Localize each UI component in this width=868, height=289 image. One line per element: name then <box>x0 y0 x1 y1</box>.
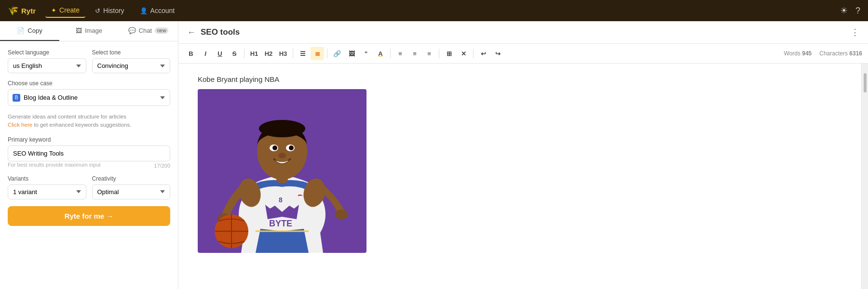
create-icon: ✦ <box>51 7 56 14</box>
variants-label: Variants <box>8 175 86 182</box>
use-case-group: Choose use case B Blog Idea & Outline <box>8 80 170 106</box>
image-tab-label: Image <box>85 27 102 34</box>
copy-tab-icon: 📄 <box>17 27 25 34</box>
language-group: Select language us English <box>8 49 86 73</box>
sidebar-content: Select language us English Select tone C… <box>0 41 178 234</box>
toolbar-h2[interactable]: H2 <box>262 47 275 60</box>
use-case-label: Choose use case <box>8 80 170 87</box>
nav-right: ☀ ? <box>840 5 860 16</box>
toolbar-sep-2 <box>293 49 293 58</box>
keyword-hint: For best results provide maximum input <box>8 162 101 168</box>
player-illustration: BYTE <box>198 89 366 253</box>
svg-point-12 <box>259 120 305 137</box>
player-image-container: BYTE <box>198 89 366 253</box>
toolbar-h3[interactable]: H3 <box>276 47 290 60</box>
toolbar-list-bullet[interactable]: ☰ <box>296 47 310 60</box>
sidebar-tabs: 📄 Copy 🖼 Image 💬 Chat new <box>0 21 178 41</box>
tab-image[interactable]: 🖼 Image <box>59 21 119 41</box>
keyword-counter: 17/200 <box>154 163 170 169</box>
toolbar-undo[interactable]: ↩ <box>476 47 490 60</box>
app-logo[interactable]: 🌾 Rytr <box>8 5 36 16</box>
nav-account-label: Account <box>150 7 175 14</box>
svg-text:BYTE: BYTE <box>269 219 292 228</box>
description-suffix: to get enhanced keywords suggestions. <box>32 122 131 128</box>
toolbar-sep-3 <box>327 49 327 58</box>
toolbar-align-left[interactable]: ≡ <box>393 47 407 60</box>
svg-text:8: 8 <box>279 196 283 204</box>
toolbar-sep-1 <box>244 49 244 58</box>
toolbar-table[interactable]: ⊞ <box>442 47 456 60</box>
tab-chat[interactable]: 💬 Chat new <box>119 21 178 41</box>
variants-select[interactable]: 1 variant <box>8 184 86 199</box>
toolbar-align-center[interactable]: ≡ <box>408 47 421 60</box>
editor-title: SEO tools <box>201 27 240 37</box>
chat-tab-icon: 💬 <box>128 27 136 34</box>
toolbar-image[interactable]: 🖼 <box>345 47 358 60</box>
copy-tab-label: Copy <box>27 27 42 34</box>
toolbar-underline[interactable]: U <box>213 47 227 60</box>
keyword-input[interactable] <box>8 145 170 161</box>
chars-stat: Characters 6316 <box>819 50 862 57</box>
creativity-select[interactable]: Optimal <box>92 184 171 199</box>
description-link-row: Click here to get enhanced keywords sugg… <box>8 121 170 129</box>
editor-header: ← SEO tools ⋮ <box>178 21 868 44</box>
svg-point-15 <box>272 145 277 150</box>
language-label: Select language <box>8 49 86 56</box>
description-text: Generate ideas and content structure for… <box>8 113 170 121</box>
toolbar-redo[interactable]: ↪ <box>491 47 504 60</box>
variants-group: Variants 1 variant <box>8 175 86 199</box>
toolbar-align-right[interactable]: ≡ <box>422 47 436 60</box>
nav-item-history[interactable]: ↺ History <box>89 4 130 17</box>
svg-point-6 <box>335 210 348 219</box>
use-case-icon: B <box>13 94 20 102</box>
back-button[interactable]: ← <box>187 27 196 38</box>
language-select[interactable]: us English <box>8 58 86 73</box>
ryte-button[interactable]: Ryte for me → <box>8 206 170 226</box>
editor-content[interactable]: Kobe Bryant playing NBA <box>178 64 861 289</box>
top-nav: 🌾 Rytr ✦ Create ↺ History 👤 Account ☀ ? <box>0 0 868 21</box>
svg-point-17 <box>278 153 286 158</box>
use-case-wrapper: B Blog Idea & Outline <box>8 89 170 106</box>
toolbar-highlight[interactable]: A <box>374 47 387 60</box>
image-tab-icon: 🖼 <box>76 27 82 34</box>
toolbar-sep-4 <box>390 49 391 58</box>
main-layout: 📄 Copy 🖼 Image 💬 Chat new Select languag… <box>0 21 868 289</box>
toolbar-strikethrough[interactable]: S <box>228 47 241 60</box>
toolbar-sep-5 <box>439 49 439 58</box>
keyword-footer: For best results provide maximum input 1… <box>8 161 170 169</box>
editor-menu-button[interactable]: ⋮ <box>851 27 859 38</box>
logo-icon: 🌾 <box>8 5 18 16</box>
toolbar-italic[interactable]: I <box>199 47 212 60</box>
toolbar-bold[interactable]: B <box>184 47 198 60</box>
toolbar-h1[interactable]: H1 <box>247 47 261 60</box>
toolbar-clear[interactable]: ✕ <box>457 47 470 60</box>
history-icon: ↺ <box>95 7 100 14</box>
help-icon[interactable]: ? <box>855 6 860 16</box>
account-icon: 👤 <box>140 7 148 14</box>
variants-creativity-row: Variants 1 variant Creativity Optimal <box>8 175 170 199</box>
language-tone-row: Select language us English Select tone C… <box>8 49 170 73</box>
chat-tab-badge: new <box>155 27 168 34</box>
use-case-select[interactable]: Blog Idea & Outline <box>8 89 170 106</box>
toolbar-link[interactable]: 🔗 <box>330 47 344 60</box>
creativity-group: Creativity Optimal <box>92 175 171 199</box>
keyword-group: Primary keyword For best results provide… <box>8 136 170 169</box>
nav-create-label: Create <box>59 6 80 14</box>
tab-copy[interactable]: 📄 Copy <box>0 21 59 41</box>
image-title: Kobe Bryant playing NBA <box>198 75 842 83</box>
brightness-icon[interactable]: ☀ <box>840 5 848 16</box>
editor-content-wrapper: Kobe Bryant playing NBA <box>178 64 868 289</box>
nav-item-account[interactable]: 👤 Account <box>134 4 181 17</box>
toolbar-quote[interactable]: " <box>359 47 373 60</box>
keyword-label: Primary keyword <box>8 136 170 143</box>
toolbar-list-ordered[interactable]: ≣ <box>311 47 324 60</box>
click-here-link[interactable]: Click here <box>8 122 32 128</box>
nav-item-create[interactable]: ✦ Create <box>45 3 85 18</box>
tone-select[interactable]: Convincing <box>92 58 171 73</box>
editor-area: ← SEO tools ⋮ B I U S H1 H2 H3 ☰ ≣ 🔗 🖼 "… <box>178 21 868 289</box>
sidebar: 📄 Copy 🖼 Image 💬 Chat new Select languag… <box>0 21 178 289</box>
tone-label: Select tone <box>92 49 171 56</box>
words-stat: Words 945 <box>784 50 812 57</box>
logo-text: Rytr <box>21 7 36 15</box>
editor-scrollbar[interactable] <box>861 64 868 289</box>
